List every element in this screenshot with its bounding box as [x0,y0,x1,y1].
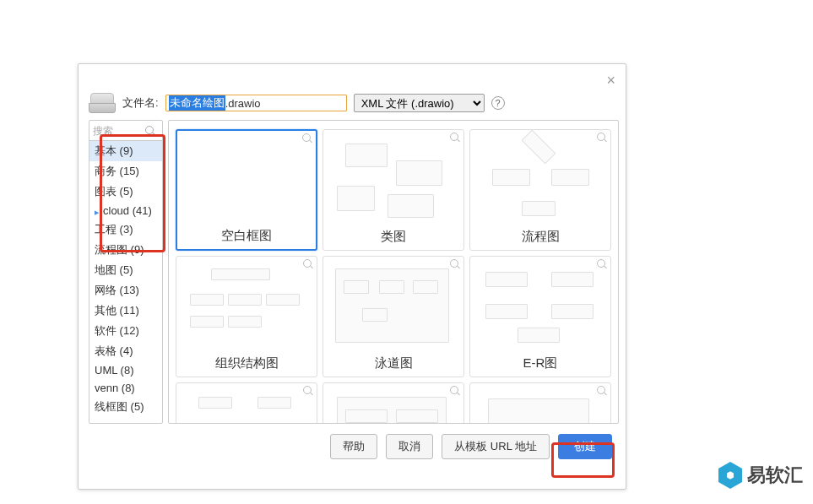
template-card[interactable]: 类图 [322,129,464,251]
file-type-select[interactable]: XML 文件 (.drawio) [354,94,485,112]
zoom-icon[interactable] [597,133,608,144]
template-grid[interactable]: 空白框图类图流程图组织结构图泳道图E-R图SequenceSimpleCross… [169,121,618,423]
category-item[interactable]: 网络 (13) [89,280,162,301]
filename-selection: 未命名绘图 [169,95,225,111]
template-label: 空白框图 [177,228,316,244]
template-label: 泳道图 [323,355,463,371]
watermark-text: 易软汇 [747,463,803,488]
zoom-icon[interactable] [450,386,461,397]
template-card[interactable]: Simple [322,382,464,423]
search-input[interactable] [93,125,142,137]
watermark: 易软汇 [718,462,803,489]
template-label: 类图 [323,229,463,245]
template-label: 流程图 [470,229,610,245]
dialog-body: 基本 (9)商务 (15)图表 (5)cloud (41)工程 (3)流程图 (… [79,120,626,424]
watermark-logo-icon [718,462,742,489]
template-card[interactable]: 泳道图 [322,256,464,377]
from-url-button[interactable]: 从模板 URL 地址 [442,434,550,459]
template-card[interactable]: 流程图 [469,129,611,251]
category-item[interactable]: 基本 (9) [89,141,162,161]
category-item[interactable]: 流程图 (9) [89,240,162,260]
category-item[interactable]: 线框图 (5) [89,397,162,417]
zoom-icon[interactable] [303,386,314,397]
help-icon[interactable]: ? [491,96,505,110]
category-item[interactable]: 表格 (4) [89,341,162,361]
filename-rest: .drawio [225,97,261,110]
category-item[interactable]: cloud (41) [89,202,162,219]
help-button[interactable]: 帮助 [330,434,377,459]
template-card[interactable]: Cross- [469,382,611,423]
close-icon[interactable]: × [606,73,615,88]
template-card[interactable]: 空白框图 [176,129,317,251]
footer-row: 帮助 取消 从模板 URL 地址 创建 [79,424,626,469]
zoom-icon[interactable] [597,259,608,270]
category-item[interactable]: 图表 (5) [89,182,162,202]
category-item[interactable]: 工程 (3) [89,219,162,240]
disk-icon [89,93,116,113]
category-sidebar: 基本 (9)商务 (15)图表 (5)cloud (41)工程 (3)流程图 (… [89,120,163,424]
zoom-icon[interactable] [450,133,461,144]
create-button[interactable]: 创建 [558,434,612,459]
category-item[interactable]: UML (8) [89,361,162,379]
template-panel: 空白框图类图流程图组织结构图泳道图E-R图SequenceSimpleCross… [168,120,619,424]
category-item[interactable]: 软件 (12) [89,321,162,341]
category-item[interactable]: 其他 (11) [89,301,162,321]
category-search[interactable] [89,121,162,141]
template-label: 组织结构图 [176,355,317,371]
cancel-button[interactable]: 取消 [386,434,433,459]
template-card[interactable]: 组织结构图 [176,256,317,377]
zoom-icon[interactable] [450,259,461,270]
category-list: 基本 (9)商务 (15)图表 (5)cloud (41)工程 (3)流程图 (… [89,141,162,423]
new-diagram-dialog: × 文件名: 未命名绘图.drawio XML 文件 (.drawio) ? 基… [78,63,626,490]
filename-label: 文件名: [122,95,159,111]
zoom-icon[interactable] [302,133,313,144]
zoom-icon[interactable] [597,386,608,397]
zoom-icon[interactable] [303,259,314,270]
header-row: 文件名: 未命名绘图.drawio XML 文件 (.drawio) ? [79,86,626,120]
category-item[interactable]: 商务 (15) [89,161,162,182]
category-item[interactable]: venn (8) [89,379,162,397]
template-card[interactable]: E-R图 [469,256,611,377]
template-card[interactable]: Sequence [176,382,317,423]
filename-input[interactable]: 未命名绘图.drawio [165,95,347,111]
search-icon [145,126,155,136]
template-label: E-R图 [470,355,610,371]
category-item[interactable]: 地图 (5) [89,260,162,280]
